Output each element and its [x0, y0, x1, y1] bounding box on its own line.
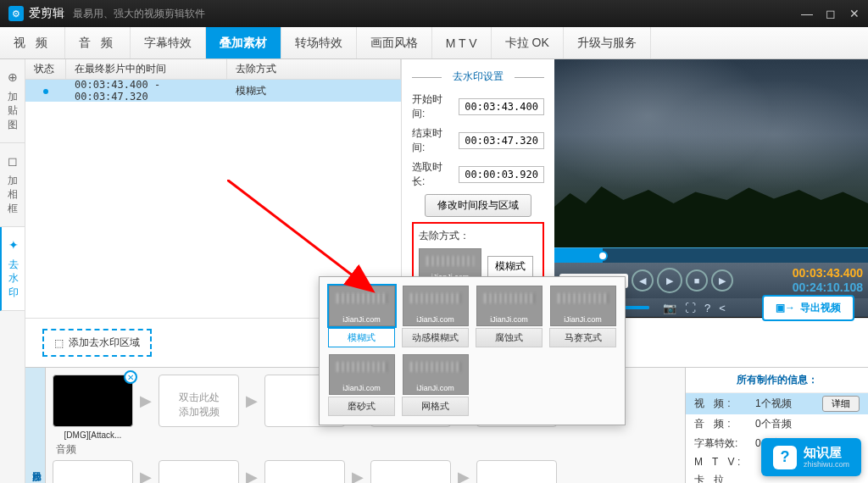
seek-bar[interactable]: [554, 247, 868, 263]
audio-clip-slot[interactable]: [53, 460, 133, 483]
method-thumb-icon: iJianJi.com: [403, 286, 469, 326]
info-row: 音 频:0个音频: [686, 414, 868, 434]
status-dot-icon: [43, 89, 48, 94]
dashed-box-icon: ⬚: [54, 337, 64, 349]
overlay-sidebar: ⊕加贴图 ◻加相框 ✦去水印: [0, 59, 25, 483]
audio-clip-slot[interactable]: [264, 460, 345, 483]
tab-overlay[interactable]: 叠加素材: [206, 27, 281, 58]
export-button[interactable]: ▣→导出视频: [762, 295, 854, 321]
audio-clip-slot[interactable]: [159, 460, 239, 483]
audio-track-label: 音频: [56, 442, 678, 457]
arrow-icon: ▶: [458, 468, 470, 483]
method-thumb-icon: iJianJi.com: [329, 286, 395, 326]
audio-clip-slot[interactable]: [476, 460, 557, 483]
modify-region-button[interactable]: 修改时间段与区域: [425, 194, 531, 217]
share-icon[interactable]: <: [719, 302, 726, 314]
start-time-input[interactable]: 00:03:43.400: [459, 98, 544, 115]
timecode-display: 00:03:43.400 00:24:10.108: [793, 266, 863, 295]
empty-clip-slot[interactable]: 双击此处添加视频: [159, 375, 239, 427]
table-row[interactable]: 00:03:43.400 - 00:03:47.320 模糊式: [25, 80, 401, 102]
detail-button[interactable]: 详细: [822, 396, 860, 412]
arrow-icon: ▶: [140, 468, 152, 483]
help-icon[interactable]: ?: [704, 302, 710, 314]
fullscreen-icon[interactable]: ⛶: [685, 302, 696, 314]
method-option[interactable]: iJianJi.com网格式: [402, 354, 469, 416]
close-button[interactable]: ✕: [849, 8, 860, 19]
app-logo-icon: [8, 6, 24, 21]
info-row: 视 频:1个视频详细: [686, 393, 868, 414]
main-tabs: 视 频 音 频 字幕特效 叠加素材 转场特效 画面风格 M T V 卡拉 OK …: [0, 27, 868, 59]
method-thumb-icon: iJianJi.com: [403, 354, 469, 395]
frame-icon: ◻: [3, 153, 21, 170]
tab-mtv[interactable]: M T V: [432, 27, 492, 58]
method-thumb-icon: iJianJi.com: [329, 354, 395, 395]
tab-style[interactable]: 画面风格: [357, 27, 432, 58]
method-option[interactable]: iJianJi.com磨砂式: [328, 354, 395, 416]
method-option[interactable]: iJianJi.com模糊式: [328, 286, 395, 347]
remove-clip-icon[interactable]: ✕: [124, 370, 137, 384]
method-option[interactable]: iJianJi.com马赛克式: [549, 286, 616, 347]
prev-frame-button[interactable]: ◀: [632, 269, 654, 291]
timeline-tab-added[interactable]: 已添加片段: [25, 368, 46, 483]
method-option[interactable]: iJianJi.com动感模糊式: [402, 286, 469, 347]
audio-clip-slot[interactable]: [370, 460, 451, 483]
duration-display: 00:00:03.920: [459, 166, 544, 183]
side-sticker[interactable]: ⊕加贴图: [0, 59, 25, 143]
stop-button[interactable]: ■: [686, 269, 708, 291]
preview-frame[interactable]: [554, 59, 868, 247]
tab-karaoke[interactable]: 卡拉 OK: [492, 27, 564, 58]
tab-audio[interactable]: 音 频: [65, 27, 131, 58]
tab-transition[interactable]: 转场特效: [281, 27, 357, 58]
method-label[interactable]: 模糊式: [487, 256, 533, 277]
end-time-input[interactable]: 00:03:47.320: [459, 132, 544, 149]
tab-subtitle[interactable]: 字幕特效: [131, 27, 206, 58]
tab-upgrade[interactable]: 升级与服务: [564, 27, 651, 58]
video-clip[interactable]: ✕ [DMG][Attack...: [53, 375, 133, 427]
app-subtitle: 最易用、强大的视频剪辑软件: [73, 7, 205, 21]
title-bar: 爱剪辑 最易用、强大的视频剪辑软件 — ◻ ✕: [0, 0, 868, 27]
maximize-button[interactable]: ◻: [826, 8, 836, 19]
row-method: 模糊式: [227, 84, 275, 98]
method-thumb-icon: iJianJi.com: [550, 286, 616, 326]
app-name: 爱剪辑: [29, 6, 64, 21]
add-watermark-region-button[interactable]: ⬚添加去水印区域: [42, 329, 152, 357]
side-watermark[interactable]: ✦去水印: [0, 227, 25, 311]
method-thumb-icon: iJianJi.com: [476, 286, 542, 326]
star-icon: ✦: [5, 237, 21, 254]
method-option[interactable]: iJianJi.com腐蚀式: [476, 286, 542, 347]
settings-title: 去水印设置: [412, 66, 544, 87]
tab-video[interactable]: 视 频: [0, 27, 65, 58]
arrow-icon: ▶: [246, 468, 258, 483]
seek-handle-icon[interactable]: [598, 251, 608, 261]
row-time: 00:03:43.400 - 00:03:47.320: [66, 79, 227, 103]
col-status: 状态: [25, 59, 66, 79]
snapshot-icon[interactable]: 📷: [663, 302, 676, 314]
next-frame-button[interactable]: ▶: [711, 269, 733, 291]
arrow-icon: ▶: [246, 391, 258, 410]
side-frame[interactable]: ◻加相框: [0, 143, 25, 227]
watermark-brand: ? 知识屋zhishiwu.com: [761, 438, 861, 476]
export-icon: ▣→: [776, 302, 795, 314]
play-button[interactable]: ▶: [657, 268, 682, 293]
add-icon: ⊕: [3, 69, 21, 86]
col-method: 去除方式: [227, 59, 401, 79]
arrow-icon: ▶: [140, 391, 152, 410]
minimize-button[interactable]: —: [802, 8, 812, 19]
arrow-icon: ▶: [352, 468, 364, 483]
col-time: 在最终影片中的时间: [66, 59, 227, 79]
method-popup: iJianJi.com模糊式iJianJi.com动感模糊式iJianJi.co…: [319, 276, 626, 425]
brand-logo-icon: ?: [773, 446, 797, 469]
